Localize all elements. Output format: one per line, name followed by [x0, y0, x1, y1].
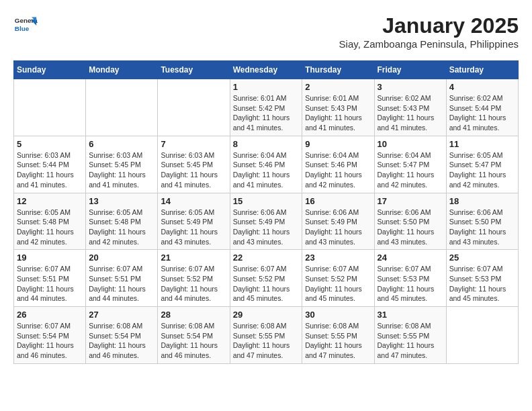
- calendar-cell: 27Sunrise: 6:08 AM Sunset: 5:54 PM Dayli…: [86, 307, 158, 364]
- day-number: 26: [17, 310, 83, 320]
- calendar-cell: 20Sunrise: 6:07 AM Sunset: 5:51 PM Dayli…: [86, 250, 158, 307]
- calendar-cell: 28Sunrise: 6:08 AM Sunset: 5:54 PM Dayli…: [158, 307, 230, 364]
- day-number: 25: [449, 253, 515, 263]
- day-number: 8: [233, 139, 300, 149]
- calendar-week-2: 5Sunrise: 6:03 AM Sunset: 5:44 PM Daylig…: [14, 136, 519, 193]
- day-info: Sunrise: 6:08 AM Sunset: 5:55 PM Dayligh…: [378, 321, 443, 361]
- day-info: Sunrise: 6:07 AM Sunset: 5:52 PM Dayligh…: [233, 264, 300, 304]
- calendar-cell: [14, 79, 86, 136]
- calendar-header-row: Sunday Monday Tuesday Wednesday Thursday…: [14, 61, 519, 79]
- day-number: 29: [233, 310, 300, 320]
- calendar-cell: 13Sunrise: 6:05 AM Sunset: 5:48 PM Dayli…: [86, 193, 158, 250]
- day-number: 21: [161, 253, 226, 263]
- day-info: Sunrise: 6:06 AM Sunset: 5:50 PM Dayligh…: [449, 208, 515, 247]
- day-info: Sunrise: 6:06 AM Sunset: 5:49 PM Dayligh…: [305, 208, 371, 247]
- calendar-cell: 21Sunrise: 6:07 AM Sunset: 5:52 PM Dayli…: [158, 250, 230, 307]
- calendar-cell: 6Sunrise: 6:03 AM Sunset: 5:45 PM Daylig…: [86, 136, 158, 193]
- day-number: 10: [378, 139, 443, 149]
- day-info: Sunrise: 6:01 AM Sunset: 5:42 PM Dayligh…: [233, 93, 300, 133]
- calendar-cell: 26Sunrise: 6:07 AM Sunset: 5:54 PM Dayli…: [14, 307, 86, 364]
- calendar-cell: 11Sunrise: 6:05 AM Sunset: 5:47 PM Dayli…: [446, 136, 518, 193]
- day-info: Sunrise: 6:06 AM Sunset: 5:50 PM Dayligh…: [378, 208, 443, 247]
- day-number: 9: [305, 139, 371, 149]
- calendar-cell: 14Sunrise: 6:05 AM Sunset: 5:49 PM Dayli…: [158, 193, 230, 250]
- day-info: Sunrise: 6:01 AM Sunset: 5:43 PM Dayligh…: [305, 93, 371, 133]
- calendar-cell: 25Sunrise: 6:07 AM Sunset: 5:53 PM Dayli…: [446, 250, 518, 307]
- calendar-cell: 23Sunrise: 6:07 AM Sunset: 5:52 PM Dayli…: [302, 250, 374, 307]
- logo-icon: General Blue: [13, 13, 38, 38]
- header-tuesday: Tuesday: [158, 61, 230, 79]
- day-number: 12: [17, 196, 83, 206]
- day-number: 20: [89, 253, 154, 263]
- day-info: Sunrise: 6:08 AM Sunset: 5:54 PM Dayligh…: [161, 321, 226, 361]
- calendar-cell: 9Sunrise: 6:04 AM Sunset: 5:46 PM Daylig…: [302, 136, 374, 193]
- day-info: Sunrise: 6:05 AM Sunset: 5:47 PM Dayligh…: [449, 150, 515, 190]
- header-thursday: Thursday: [302, 61, 374, 79]
- logo: General Blue: [13, 13, 38, 38]
- calendar-cell: 16Sunrise: 6:06 AM Sunset: 5:49 PM Dayli…: [302, 193, 374, 250]
- calendar-cell: 31Sunrise: 6:08 AM Sunset: 5:55 PM Dayli…: [374, 307, 446, 364]
- calendar-cell: 3Sunrise: 6:02 AM Sunset: 5:43 PM Daylig…: [374, 79, 446, 136]
- title-block: January 2025 Siay, Zamboanga Peninsula, …: [339, 13, 519, 50]
- day-number: 5: [17, 139, 83, 149]
- day-number: 4: [449, 82, 515, 92]
- day-info: Sunrise: 6:07 AM Sunset: 5:54 PM Dayligh…: [17, 321, 83, 361]
- day-info: Sunrise: 6:07 AM Sunset: 5:53 PM Dayligh…: [449, 264, 515, 304]
- calendar-cell: 15Sunrise: 6:06 AM Sunset: 5:49 PM Dayli…: [230, 193, 302, 250]
- day-info: Sunrise: 6:07 AM Sunset: 5:52 PM Dayligh…: [305, 264, 371, 304]
- day-info: Sunrise: 6:04 AM Sunset: 5:46 PM Dayligh…: [305, 150, 371, 190]
- calendar-cell: 24Sunrise: 6:07 AM Sunset: 5:53 PM Dayli…: [374, 250, 446, 307]
- calendar-cell: 30Sunrise: 6:08 AM Sunset: 5:55 PM Dayli…: [302, 307, 374, 364]
- header-monday: Monday: [86, 61, 158, 79]
- page-header: General Blue January 2025 Siay, Zamboang…: [13, 13, 519, 50]
- day-number: 18: [449, 196, 515, 206]
- day-number: 23: [305, 253, 371, 263]
- day-info: Sunrise: 6:02 AM Sunset: 5:44 PM Dayligh…: [449, 93, 515, 133]
- calendar-cell: 22Sunrise: 6:07 AM Sunset: 5:52 PM Dayli…: [230, 250, 302, 307]
- calendar-cell: 5Sunrise: 6:03 AM Sunset: 5:44 PM Daylig…: [14, 136, 86, 193]
- calendar-cell: 12Sunrise: 6:05 AM Sunset: 5:48 PM Dayli…: [14, 193, 86, 250]
- day-info: Sunrise: 6:07 AM Sunset: 5:53 PM Dayligh…: [378, 264, 443, 304]
- calendar-cell: [86, 79, 158, 136]
- day-info: Sunrise: 6:07 AM Sunset: 5:52 PM Dayligh…: [161, 264, 226, 304]
- calendar-cell: 18Sunrise: 6:06 AM Sunset: 5:50 PM Dayli…: [446, 193, 518, 250]
- calendar-cell: 17Sunrise: 6:06 AM Sunset: 5:50 PM Dayli…: [374, 193, 446, 250]
- day-info: Sunrise: 6:08 AM Sunset: 5:54 PM Dayligh…: [89, 321, 154, 361]
- day-number: 24: [378, 253, 443, 263]
- calendar-week-1: 1Sunrise: 6:01 AM Sunset: 5:42 PM Daylig…: [14, 79, 519, 136]
- day-number: 13: [89, 196, 154, 206]
- header-wednesday: Wednesday: [230, 61, 302, 79]
- day-info: Sunrise: 6:04 AM Sunset: 5:47 PM Dayligh…: [378, 150, 443, 190]
- day-info: Sunrise: 6:07 AM Sunset: 5:51 PM Dayligh…: [17, 264, 83, 304]
- day-info: Sunrise: 6:08 AM Sunset: 5:55 PM Dayligh…: [233, 321, 300, 361]
- day-number: 28: [161, 310, 226, 320]
- calendar-cell: 2Sunrise: 6:01 AM Sunset: 5:43 PM Daylig…: [302, 79, 374, 136]
- day-number: 11: [449, 139, 515, 149]
- day-number: 6: [89, 139, 154, 149]
- day-number: 15: [233, 196, 300, 206]
- header-saturday: Saturday: [446, 61, 518, 79]
- day-info: Sunrise: 6:03 AM Sunset: 5:45 PM Dayligh…: [89, 150, 154, 190]
- day-number: 17: [378, 196, 443, 206]
- calendar-cell: 10Sunrise: 6:04 AM Sunset: 5:47 PM Dayli…: [374, 136, 446, 193]
- day-number: 19: [17, 253, 83, 263]
- calendar-cell: [158, 79, 230, 136]
- calendar-cell: 8Sunrise: 6:04 AM Sunset: 5:46 PM Daylig…: [230, 136, 302, 193]
- day-info: Sunrise: 6:04 AM Sunset: 5:46 PM Dayligh…: [233, 150, 300, 190]
- day-number: 3: [378, 82, 443, 92]
- calendar-cell: [446, 307, 518, 364]
- calendar-cell: 29Sunrise: 6:08 AM Sunset: 5:55 PM Dayli…: [230, 307, 302, 364]
- day-info: Sunrise: 6:06 AM Sunset: 5:49 PM Dayligh…: [233, 208, 300, 247]
- day-info: Sunrise: 6:03 AM Sunset: 5:44 PM Dayligh…: [17, 150, 83, 190]
- day-number: 14: [161, 196, 226, 206]
- day-number: 22: [233, 253, 300, 263]
- calendar-cell: 1Sunrise: 6:01 AM Sunset: 5:42 PM Daylig…: [230, 79, 302, 136]
- day-info: Sunrise: 6:05 AM Sunset: 5:48 PM Dayligh…: [89, 208, 154, 247]
- day-info: Sunrise: 6:02 AM Sunset: 5:43 PM Dayligh…: [378, 93, 443, 133]
- calendar-week-4: 19Sunrise: 6:07 AM Sunset: 5:51 PM Dayli…: [14, 250, 519, 307]
- day-info: Sunrise: 6:08 AM Sunset: 5:55 PM Dayligh…: [305, 321, 371, 361]
- calendar-week-5: 26Sunrise: 6:07 AM Sunset: 5:54 PM Dayli…: [14, 307, 519, 364]
- calendar-cell: 19Sunrise: 6:07 AM Sunset: 5:51 PM Dayli…: [14, 250, 86, 307]
- calendar-cell: 7Sunrise: 6:03 AM Sunset: 5:45 PM Daylig…: [158, 136, 230, 193]
- day-info: Sunrise: 6:05 AM Sunset: 5:48 PM Dayligh…: [17, 208, 83, 247]
